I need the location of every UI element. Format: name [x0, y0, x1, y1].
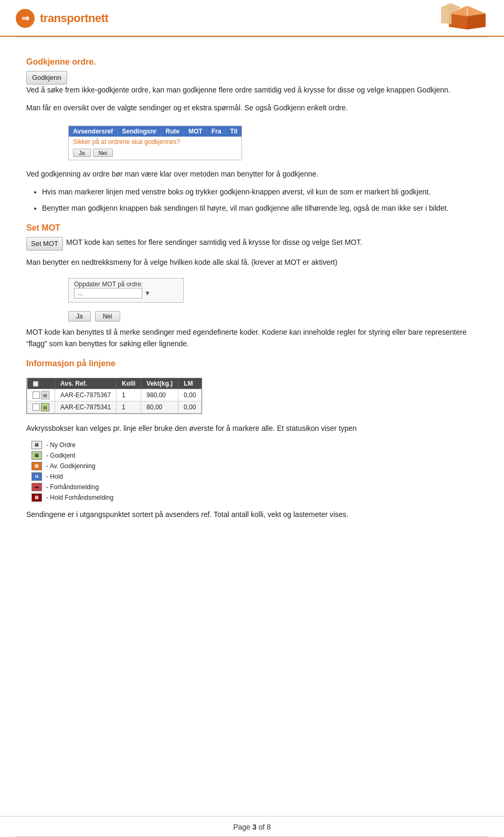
footer: Page 3 of 8: [0, 816, 504, 837]
td-vekt-2: 80,00: [141, 401, 178, 414]
legend-icon-godkjent: ▤: [32, 451, 42, 460]
confirm-question-text: Sikker på at ordrene skal godkjennes?: [69, 137, 242, 147]
section-informasjon-heading: Informasjon på linjene: [26, 359, 478, 368]
legend-item-ny: ▤ - Ny Ordre: [32, 441, 478, 449]
row-checkbox-1[interactable]: [33, 391, 40, 399]
godkjenn-bullet-list: Hvis man markerer linjen med venstre bok…: [42, 186, 478, 214]
info-table: ▣ Avs. Ref. Kolli Vekt(kg.) LM: [27, 378, 202, 414]
legend-label-ny: - Ny Ordre: [46, 441, 76, 449]
setmot-button[interactable]: Set MOT: [26, 237, 63, 251]
logo-text: transportnett: [40, 12, 108, 25]
godkjenn-intro-para: Godkjenn Ved å søke frem ikke-godkjente …: [26, 71, 478, 96]
setmot-intro-text: MOT kode kan settes for flere sendinger …: [66, 237, 362, 249]
td-icons-2: ▤: [27, 401, 55, 414]
legend-item-hold: H - Hold: [32, 472, 478, 481]
table-row: ▤ AAR-EC-7875367 1 980,00 0,00: [27, 389, 202, 401]
td-icons-1: ▤: [27, 389, 55, 401]
legend-icon-hold: H: [32, 472, 42, 481]
row-checkbox-2[interactable]: [33, 404, 40, 411]
confirm-no-btn[interactable]: Nei: [93, 149, 113, 157]
th-avs-ref: Avs. Ref.: [55, 378, 117, 389]
td-kolli-1: 1: [117, 389, 141, 401]
section-setmot: Set MOT Set MOT MOT kode kan settes for …: [26, 223, 478, 349]
godkjenn-para3: Ved godkjenning av ordre bør man være kl…: [26, 169, 478, 180]
col-rute: Rute: [161, 126, 184, 137]
setmot-intro-para: Set MOT MOT kode kan settes for flere se…: [26, 237, 478, 251]
svg-marker-3: [449, 14, 467, 29]
section-informasjon: Informasjon på linjene ▣ Avs. Ref. Kolli…: [26, 359, 478, 520]
footer-page-label: Page: [233, 823, 253, 831]
info-table-container: ▣ Avs. Ref. Kolli Vekt(kg.) LM: [26, 378, 202, 414]
legend-icon-hold-forhandsmelding: ▤: [32, 493, 42, 502]
td-vekt-1: 980,00: [141, 389, 178, 401]
page-wrapper: ⇒ transportnett Godkjenne ordre.: [0, 0, 504, 837]
logo-icon: ⇒: [16, 9, 35, 28]
header-right: [436, 3, 488, 34]
th-kolli: Kolli: [117, 378, 141, 389]
td-lm-2: 0,00: [178, 401, 202, 414]
legend-label-godkjent: - Godkjent: [46, 452, 75, 459]
legend-icon-av-godkjenning: ▤: [32, 462, 42, 470]
col-mot: MOT: [184, 126, 207, 137]
mot-no-btn[interactable]: Nei: [95, 311, 120, 322]
logo-area: ⇒ transportnett: [16, 9, 108, 28]
footer-total: 8: [267, 823, 271, 831]
footer-page-num: 3: [253, 823, 257, 831]
col-avsendersref: Avsendersref: [69, 126, 118, 137]
bullet-item-1: Hvis man markerer linjen med venstre bok…: [42, 186, 478, 198]
logo-text-accent: nett: [88, 12, 108, 25]
legend-label-hold: - Hold: [46, 473, 63, 480]
bullet-item-2: Benytter man godkjenn knappen bak sendin…: [42, 202, 478, 214]
legend-item-godkjent: ▤ - Godkjent: [32, 451, 478, 460]
mot-dropdown[interactable]: ... ▼: [74, 288, 178, 298]
mot-update-label: Oppdater MOT på ordre: ... ▼: [74, 281, 178, 298]
main-content: Godkjenne ordre. Godkjenn Ved å søke fre…: [0, 37, 504, 836]
setmot-para2: Man benytter en nedtrekksmeny for å velg…: [26, 257, 478, 268]
logo-text-normal: transport: [40, 12, 88, 25]
legend-item-hold-forhandsmelding: ▤ - Hold Forhåndsmelding: [32, 493, 478, 502]
setmot-para3: MOT kode kan benyttes til å merke sendin…: [26, 327, 478, 349]
td-lm-1: 0,00: [178, 389, 202, 401]
informasjon-para1: Avkryssbokser kan velges pr. linje eller…: [26, 423, 478, 435]
legend-label-forhandsmelding: - Forhåndsmelding: [46, 483, 99, 491]
th-checkbox: ▣: [27, 378, 55, 389]
footer-page-text: Page 3 of 8: [233, 823, 271, 831]
col-til: Til: [226, 126, 242, 137]
confirm-yes-btn[interactable]: Ja: [73, 149, 91, 157]
table-row: ▤ AAR-EC-7875341 1 80,00 0,00: [27, 401, 202, 414]
mot-update-screenshot: Oppdater MOT på ordre: ... ▼: [68, 278, 184, 303]
th-vekt: Vekt(kg.): [141, 378, 178, 389]
box-icon: [436, 3, 488, 32]
mot-dropdown-field[interactable]: ...: [74, 288, 142, 298]
footer-of-text: of: [257, 823, 267, 831]
legend-label-av-godkjenning: - Av. Godkjenning: [46, 462, 96, 470]
section-godkjenne: Godkjenne ordre. Godkjenn Ved å søke fre…: [26, 57, 478, 214]
legend-label-hold-forhandsmelding: - Hold Forhåndsmelding: [46, 494, 113, 501]
godkjenn-para2: Man får en oversikt over de valgte sendi…: [26, 102, 478, 114]
section-setmot-heading: Set MOT: [26, 223, 478, 233]
godkjenn-intro-text: Ved å søke frem ikke-godkjente ordre, ka…: [26, 85, 450, 96]
status-icon-1: ▤: [41, 391, 49, 399]
status-legend: ▤ - Ny Ordre ▤ - Godkjent ▤ - Av. Godkje…: [32, 441, 478, 502]
legend-icon-ny: ▤: [32, 441, 42, 449]
table-header-row: ▣ Avs. Ref. Kolli Vekt(kg.) LM: [27, 378, 202, 389]
td-ref-1: AAR-EC-7875367: [55, 389, 117, 401]
legend-icon-forhandsmelding: ▬: [32, 483, 42, 491]
col-sendingsnr: Sendingsnr: [118, 126, 161, 137]
svg-marker-2: [467, 14, 486, 29]
status-icon-2: ▤: [41, 403, 49, 411]
header: ⇒ transportnett: [0, 0, 504, 37]
confirm-table-header: Avsendersref Sendingsnr Rute MOT Fra Til: [69, 126, 242, 137]
legend-item-av-godkjenning: ▤ - Av. Godkjenning: [32, 462, 478, 470]
confirm-dialog-screenshot: Avsendersref Sendingsnr Rute MOT Fra Til…: [68, 126, 242, 160]
confirm-buttons: Ja Nei: [69, 147, 242, 160]
mot-yes-btn[interactable]: Ja: [68, 311, 91, 322]
godkjenn-button[interactable]: Godkjenn: [26, 71, 67, 85]
informasjon-para2: Sendingene er i utgangspunktet sortert p…: [26, 509, 478, 521]
th-lm: LM: [178, 378, 202, 389]
td-kolli-2: 1: [117, 401, 141, 414]
mot-dropdown-arrow-icon[interactable]: ▼: [144, 290, 151, 297]
mot-yes-no-buttons: Ja Nei: [68, 311, 478, 322]
td-ref-2: AAR-EC-7875341: [55, 401, 117, 414]
section-godkjenne-heading: Godkjenne ordre.: [26, 57, 478, 67]
